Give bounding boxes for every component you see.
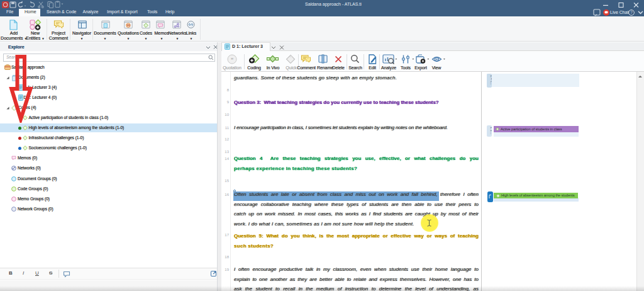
svg-text:1:4 t...: 1:4 t... <box>490 75 492 85</box>
svg-text:?: ? <box>630 10 633 14</box>
svg-text:99: 99 <box>126 24 130 27</box>
svg-text:”: ” <box>231 57 234 63</box>
svg-text:1:1...: 1:1... <box>490 127 492 135</box>
